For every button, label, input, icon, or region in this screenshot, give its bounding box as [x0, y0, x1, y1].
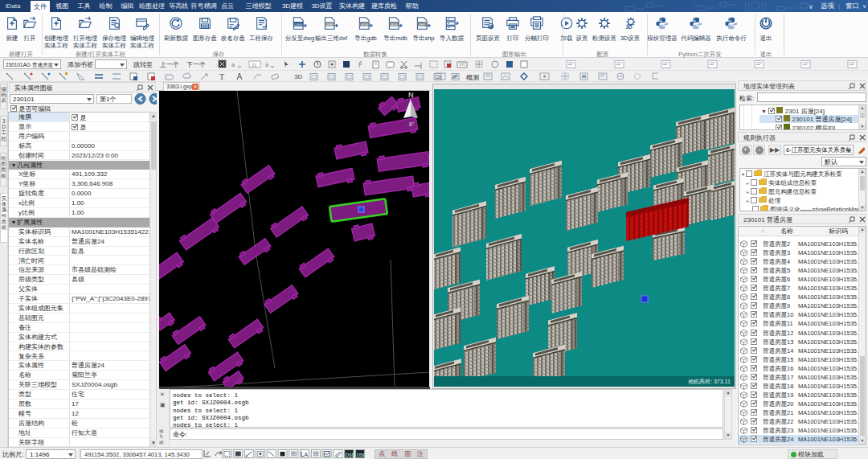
- svg-text:概测: 概测: [466, 74, 479, 81]
- svg-text:OSD: OSD: [357, 453, 366, 457]
- svg-text:N: N: [408, 91, 414, 99]
- svg-text:3D: 3D: [294, 73, 302, 80]
- svg-text:8°: 8°: [409, 121, 415, 127]
- svg-text:DSD: DSD: [346, 453, 355, 457]
- svg-text:a: a: [231, 62, 235, 68]
- svg-text:A: A: [305, 452, 309, 457]
- svg-text:21: 21: [252, 63, 257, 68]
- svg-text:T: T: [219, 72, 224, 81]
- svg-text:29: 29: [437, 75, 442, 80]
- svg-text:a: a: [265, 62, 268, 68]
